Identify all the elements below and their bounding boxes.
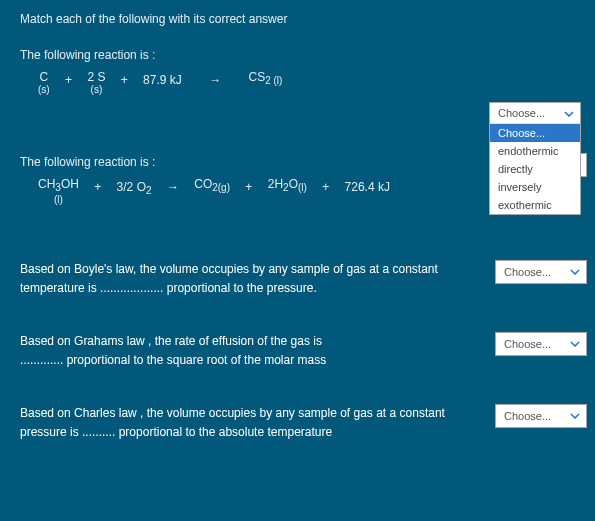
q3-text: Based on Boyle's law, the volume occupie… [20,260,481,297]
select-placeholder: Choose... [504,410,551,422]
select-placeholder: Choose... [504,266,551,278]
select-placeholder: Choose... [504,338,551,350]
q4-select[interactable]: Choose... [495,332,587,356]
select-placeholder: Choose... [498,107,545,119]
question-1: The following reaction is : C(s) + 2 S(s… [20,46,587,98]
option-endothermic[interactable]: endothermic [490,142,580,160]
option-inversely[interactable]: inversely [490,178,580,196]
select-header[interactable]: Choose... [490,103,580,124]
q3-select[interactable]: Choose... [495,260,587,284]
chevron-down-icon [570,341,580,347]
q2-equation: CH3OH(l) + 3/2 O2 → CO2(g) + 2H2O(l) + 7… [20,178,471,205]
q2-prompt: The following reaction is : [20,153,471,172]
instructions: Match each of the following with its cor… [20,12,587,26]
question-3: Based on Boyle's law, the volume occupie… [20,260,587,297]
q5-select[interactable]: Choose... [495,404,587,428]
q1-prompt: The following reaction is : [20,46,471,65]
chevron-down-icon [570,413,580,419]
question-4: Based on Grahams law , the rate of effus… [20,332,587,369]
q1-select-open[interactable]: Choose... Choose... endothermic directly… [489,102,581,215]
q5-text: Based on Charles law , the volume occupi… [20,404,481,441]
question-5: Based on Charles law , the volume occupi… [20,404,587,441]
chevron-down-icon [564,107,574,119]
chevron-down-icon [570,269,580,275]
q1-equation: C(s) + 2 S(s) + 87.9 kJ → CS2 (l) [20,71,471,98]
q1-text: The following reaction is : C(s) + 2 S(s… [20,46,481,98]
option-choose[interactable]: Choose... [490,124,580,142]
option-exothermic[interactable]: exothermic [490,196,580,214]
option-directly[interactable]: directly [490,160,580,178]
q4-text: Based on Grahams law , the rate of effus… [20,332,481,369]
q2-text: The following reaction is : CH3OH(l) + 3… [20,153,481,205]
